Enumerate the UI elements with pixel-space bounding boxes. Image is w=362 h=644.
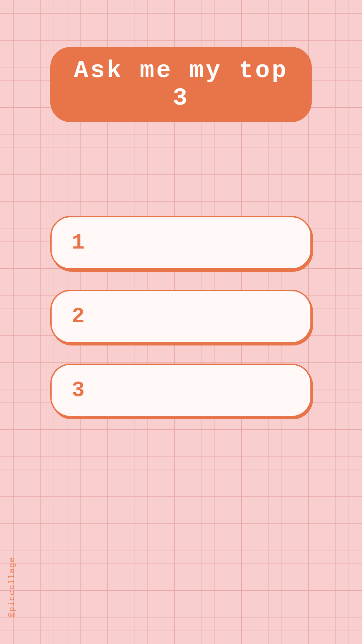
list-item-2[interactable]: 2 [50, 290, 312, 343]
list-number-3: 3 [72, 378, 84, 402]
list-number-1: 1 [72, 231, 84, 255]
title-text: Ask me my top 3 [74, 57, 288, 112]
main-content: Ask me my top 3 1 2 3 [0, 0, 362, 644]
list-item-3[interactable]: 3 [50, 364, 312, 417]
title-pill: Ask me my top 3 [50, 47, 312, 122]
list-items-container: 1 2 3 [50, 216, 312, 417]
list-item-1[interactable]: 1 [50, 216, 312, 270]
list-number-2: 2 [72, 305, 84, 329]
